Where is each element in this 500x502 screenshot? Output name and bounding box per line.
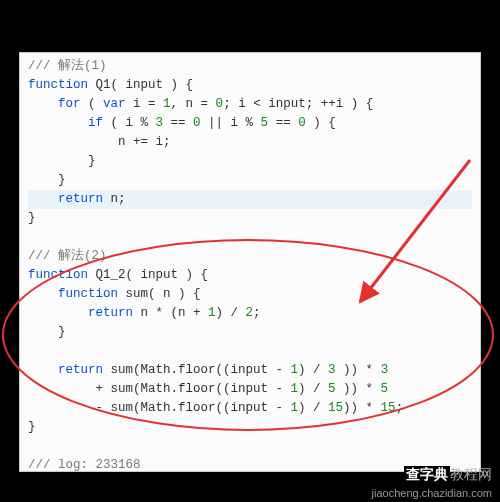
code-block: /// 解法(1) function Q1( input ) { for ( v… bbox=[19, 52, 481, 472]
function-decl: Q1( input ) { bbox=[88, 78, 193, 92]
comment: /// 解法(2) bbox=[28, 249, 107, 263]
code-line: } bbox=[28, 211, 36, 225]
keyword-function: function bbox=[58, 287, 118, 301]
code-line: n += i; bbox=[28, 135, 171, 149]
watermark-suffix: 教程网 bbox=[450, 466, 492, 482]
keyword-if: if bbox=[88, 116, 103, 130]
keyword-return: return bbox=[58, 192, 103, 206]
code-line: } bbox=[28, 173, 66, 187]
code-line: } bbox=[28, 325, 66, 339]
keyword-return: return bbox=[58, 363, 103, 377]
function-decl: sum( n ) { bbox=[118, 287, 201, 301]
keyword-var: var bbox=[103, 97, 126, 111]
code-line: } bbox=[28, 154, 96, 168]
watermark-url: jiaocheng.chazidian.com bbox=[372, 487, 492, 499]
keyword-for: for bbox=[58, 97, 81, 111]
watermark-prefix: 查字典 bbox=[404, 466, 450, 482]
comment-log: /// log: 233168 bbox=[28, 458, 141, 472]
keyword-function: function bbox=[28, 268, 88, 282]
comment: /// 解法(1) bbox=[28, 59, 107, 73]
keyword-return: return bbox=[88, 306, 133, 320]
watermark: 查字典教程网 bbox=[404, 466, 492, 484]
function-decl: Q1_2( input ) { bbox=[88, 268, 208, 282]
code-line: } bbox=[28, 420, 36, 434]
keyword-function: function bbox=[28, 78, 88, 92]
